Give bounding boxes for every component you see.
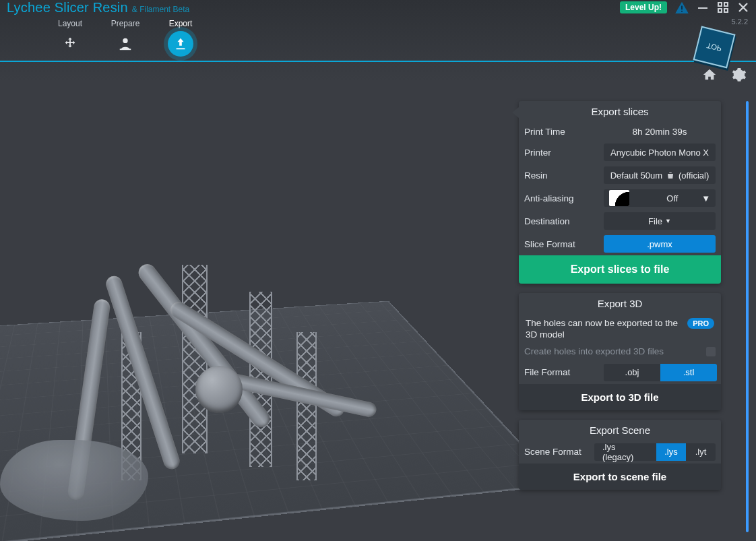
move-icon bbox=[57, 31, 83, 57]
slice-format-select[interactable]: .pwmx bbox=[604, 235, 716, 253]
export-icon bbox=[168, 31, 193, 57]
svg-rect-6 bbox=[724, 9, 728, 12]
panel-export-3d: Export 3D The holes can now be exported … bbox=[519, 293, 721, 410]
file-format-label: File Format bbox=[524, 367, 604, 377]
level-up-button[interactable]: Level Up! bbox=[620, 1, 667, 13]
export-slices-button[interactable]: Export slices to file bbox=[519, 255, 721, 284]
panel-export-scene-title: Export Scene bbox=[519, 420, 721, 441]
tab-layout-label: Layout bbox=[58, 19, 82, 28]
resin-label: Resin bbox=[524, 170, 604, 181]
scene-format-segmented: .lys (legacy) .lys .lyt bbox=[594, 443, 716, 461]
pro-badge: PRO bbox=[687, 318, 714, 329]
print-time-value: 8h 20min 39s bbox=[604, 127, 716, 137]
right-accent-bar bbox=[746, 101, 749, 532]
export-3d-button[interactable]: Export to 3D file bbox=[519, 384, 721, 410]
aa-label: Anti-aliasing bbox=[524, 193, 604, 203]
file-format-stl[interactable]: .stl bbox=[660, 364, 717, 381]
file-format-segmented: .obj .stl bbox=[604, 364, 717, 381]
export-3d-note: The holes can now be exported to the 3D … bbox=[526, 318, 682, 341]
destination-label: Destination bbox=[524, 216, 604, 226]
scene-format-lyt[interactable]: .lyt bbox=[686, 443, 716, 461]
svg-point-7 bbox=[123, 38, 127, 43]
print-time-label: Print Time bbox=[524, 127, 604, 137]
printer-label: Printer bbox=[524, 148, 604, 158]
tab-export[interactable]: Export bbox=[164, 19, 197, 61]
file-format-obj[interactable]: .obj bbox=[604, 364, 660, 381]
maximize-button[interactable] bbox=[717, 1, 729, 13]
tab-layout[interactable]: Layout bbox=[54, 19, 86, 61]
slice-format-label: Slice Format bbox=[524, 239, 604, 249]
panel-export-scene: Export Scene Scene Format .lys (legacy) … bbox=[519, 420, 721, 490]
svg-rect-5 bbox=[718, 9, 722, 12]
chevron-down-icon: ▼ bbox=[701, 193, 710, 203]
svg-rect-1 bbox=[681, 11, 683, 12]
warning-icon[interactable] bbox=[675, 1, 689, 13]
scene-format-legacy[interactable]: .lys (legacy) bbox=[594, 443, 656, 461]
panel-export-slices: Export slices Print Time 8h 20min 39s Pr… bbox=[519, 101, 721, 284]
destination-value: File bbox=[648, 216, 662, 226]
minimize-button[interactable] bbox=[697, 1, 709, 13]
printer-select[interactable]: Anycubic Photon Mono X bbox=[604, 144, 716, 161]
mode-tabs: Layout Prepare Export bbox=[0, 15, 756, 62]
svg-rect-2 bbox=[698, 7, 707, 9]
app-title: Lychee Slicer Resin bbox=[7, 0, 128, 15]
view-cube-face-label: TOP bbox=[706, 41, 723, 53]
view-cube[interactable]: TOP bbox=[693, 26, 735, 68]
destination-select[interactable]: File ▼ bbox=[604, 212, 716, 230]
tab-export-label: Export bbox=[169, 19, 193, 28]
aa-thumbnail-icon bbox=[609, 190, 629, 206]
panel-export-slices-title: Export slices bbox=[519, 101, 721, 122]
export-scene-button[interactable]: Export to scene file bbox=[519, 464, 721, 490]
title-bar: Lychee Slicer Resin & Filament Beta Leve… bbox=[0, 0, 756, 15]
create-holes-checkbox[interactable] bbox=[706, 347, 716, 356]
aa-value: Off bbox=[666, 193, 678, 203]
svg-rect-3 bbox=[718, 3, 722, 6]
trash-icon bbox=[666, 171, 674, 180]
app-subtitle: & Filament Beta bbox=[132, 5, 189, 14]
scene-format-lys[interactable]: .lys bbox=[656, 443, 686, 461]
chevron-down-icon: ▼ bbox=[665, 218, 671, 224]
tab-prepare[interactable]: Prepare bbox=[109, 19, 141, 61]
scene-format-label: Scene Format bbox=[524, 447, 594, 457]
tab-prepare-label: Prepare bbox=[111, 19, 140, 28]
resin-select[interactable]: Default 50um (official) bbox=[604, 166, 716, 184]
create-holes-label: Create holes into exported 3D files bbox=[524, 346, 706, 356]
svg-rect-4 bbox=[724, 3, 728, 6]
svg-rect-0 bbox=[681, 6, 683, 10]
resin-official-label: (official) bbox=[679, 170, 709, 181]
close-button[interactable] bbox=[737, 1, 749, 13]
aa-select[interactable]: Off ▼ bbox=[604, 189, 716, 207]
support-icon bbox=[113, 31, 138, 57]
resin-value: Default 50um bbox=[610, 170, 662, 181]
3d-model bbox=[40, 218, 391, 501]
svg-rect-8 bbox=[120, 49, 131, 50]
panel-export-3d-title: Export 3D bbox=[519, 293, 721, 314]
